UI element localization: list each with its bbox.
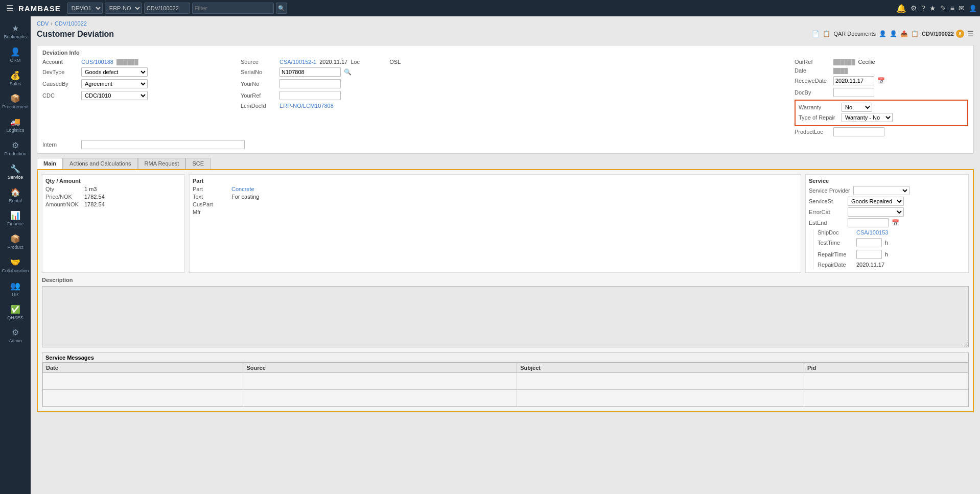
mfr-row: Mfr — [193, 209, 798, 215]
left-sidebar: ★ Bookmarks 👤 CRM 💰 Sales 📦 Procurement … — [0, 16, 31, 494]
loc-label: Loc — [351, 59, 386, 65]
demo-dropdown[interactable]: DEMO1 — [67, 3, 103, 14]
date-row: Date ████ — [795, 67, 968, 74]
filter-input[interactable] — [192, 3, 274, 14]
yourref-input[interactable] — [279, 91, 341, 100]
cdv-input[interactable] — [144, 3, 190, 14]
cell-source — [243, 373, 517, 390]
cdc-row: CDC CDC/1010 — [42, 91, 237, 100]
export-icon[interactable]: 📤 — [900, 30, 908, 37]
errorcat-select[interactable] — [848, 207, 904, 217]
edit-icon[interactable]: ✎ — [940, 4, 946, 12]
user-icon[interactable]: 👤 — [969, 5, 977, 12]
search-button[interactable]: 🔍 — [276, 3, 287, 14]
sidebar-item-sales[interactable]: 💰 Sales — [2, 67, 29, 90]
sidebar-item-crm[interactable]: 👤 CRM — [2, 44, 29, 66]
cuspart-row: CusPart — [193, 201, 798, 207]
favorites-icon[interactable]: ★ — [929, 4, 936, 12]
servicest-row: ServiceSt Goods Repaired — [809, 197, 965, 206]
description-textarea[interactable] — [42, 286, 969, 347]
erp-dropdown[interactable]: ERP-NO — [105, 3, 142, 14]
expand-icon[interactable]: ☰ — [967, 30, 974, 38]
part-section-header: Part — [193, 178, 798, 184]
devtype-select[interactable]: Goods defect — [81, 67, 148, 77]
collaboration-icon: 🤝 — [10, 257, 20, 267]
clipboard-icon[interactable]: 📋 — [911, 30, 919, 37]
notification-icon[interactable]: 🔔 — [896, 4, 906, 13]
tab-main[interactable]: Main — [37, 158, 63, 169]
causedby-select[interactable]: Agreement — [81, 79, 148, 88]
receivedate-calendar-icon[interactable]: 📅 — [877, 77, 885, 84]
production-icon: ⚙ — [12, 140, 19, 150]
yourno-input[interactable] — [279, 79, 341, 88]
menu-icon[interactable]: ≡ — [950, 4, 954, 12]
amount-label: Amount/NOK — [45, 201, 81, 207]
print-icon[interactable]: 📄 — [812, 30, 820, 37]
estend-calendar-icon[interactable]: 📅 — [892, 219, 899, 226]
part-value[interactable]: Concrete — [231, 186, 254, 192]
sidebar-item-logistics[interactable]: 🚚 Logistics — [2, 114, 29, 136]
breadcrumb-cdv[interactable]: CDV — [37, 20, 49, 27]
intern-input[interactable] — [81, 140, 245, 149]
yourno-row: YourNo — [241, 79, 790, 88]
warranty-select[interactable]: No — [842, 103, 872, 112]
cdv-number: CDV/100022 — [922, 31, 954, 37]
product-icon: 📦 — [10, 234, 20, 244]
source-value[interactable]: CSA/100152-1 — [279, 59, 316, 65]
table-row — [43, 373, 968, 390]
sidebar-item-rental[interactable]: 🏠 Rental — [2, 184, 29, 207]
cell-subject — [517, 373, 804, 390]
sidebar-item-product[interactable]: 📦 Product — [2, 231, 29, 253]
description-section: Description — [42, 277, 969, 348]
user2-icon[interactable]: 👤 — [890, 30, 897, 37]
tab-actions[interactable]: Actions and Calculations — [63, 158, 137, 169]
sidebar-label: Rental — [9, 198, 22, 204]
header-right: 📄 📋 QAR Documents 👤 👤 📤 📋 CDV/100022 8 ☰ — [812, 30, 974, 38]
qar-icon[interactable]: 📋 — [823, 30, 830, 37]
tab-sce[interactable]: SCE — [185, 158, 211, 169]
service-section-header: Service — [809, 178, 965, 184]
type-of-repair-select[interactable]: Warranty - No — [842, 113, 893, 122]
tab-rma[interactable]: RMA Request — [138, 158, 186, 169]
shipdoc-value[interactable]: CSA/100153 — [856, 229, 888, 236]
sidebar-item-collaboration[interactable]: 🤝 Collaboration — [2, 254, 29, 277]
sidebar-item-bookmarks[interactable]: ★ Bookmarks — [2, 20, 29, 43]
serialno-search-icon[interactable]: 🔍 — [344, 68, 352, 76]
hamburger-icon[interactable]: ☰ — [3, 4, 16, 13]
cell-date — [43, 373, 243, 390]
message-icon[interactable]: ✉ — [959, 4, 965, 12]
text-row: Text For casting — [193, 194, 798, 200]
price-label: Price/NOK — [45, 194, 81, 200]
sidebar-label: Finance — [7, 221, 24, 227]
service-provider-select[interactable] — [853, 186, 909, 195]
deviation-left-col: Account CUS/100188 ██████ DevType Goods … — [42, 59, 237, 138]
sidebar-item-finance[interactable]: 📊 Finance — [2, 207, 29, 230]
sidebar-item-hr[interactable]: 👥 HR — [2, 278, 29, 300]
repairtime-input[interactable] — [856, 250, 882, 259]
testtime-label: TestTime — [818, 240, 853, 246]
lcmdocid-value[interactable]: ERP-NO/LCM107808 — [279, 103, 334, 109]
testtime-input[interactable] — [856, 238, 882, 247]
cdc-select[interactable]: CDC/1010 — [81, 91, 148, 100]
sidebar-item-procurement[interactable]: 📦 Procurement — [2, 90, 29, 113]
receivedate-input[interactable] — [833, 76, 874, 85]
col-source: Source — [243, 363, 517, 373]
help-icon[interactable]: ? — [921, 4, 925, 12]
user1-icon[interactable]: 👤 — [879, 30, 886, 37]
estend-input[interactable] — [848, 218, 889, 227]
sidebar-item-admin[interactable]: ⚙ Admin — [2, 324, 29, 347]
type-of-repair-label: Type of Repair — [799, 114, 839, 121]
logistics-icon: 🚚 — [10, 117, 20, 127]
sidebar-item-service[interactable]: 🔧 Service — [2, 161, 29, 183]
account-value[interactable]: CUS/100188 — [81, 59, 113, 65]
settings-icon[interactable]: ⚙ — [911, 4, 917, 12]
sidebar-item-qhses[interactable]: ✅ QHSES — [2, 301, 29, 324]
productloc-input[interactable] — [833, 127, 884, 136]
serialno-input[interactable] — [279, 67, 341, 77]
docby-input[interactable] — [833, 88, 874, 97]
servicest-select[interactable]: Goods Repaired — [848, 197, 904, 206]
serialno-label: SerialNo — [241, 69, 276, 75]
sidebar-item-production[interactable]: ⚙ Production — [2, 137, 29, 160]
ourref-label: OurRef — [795, 59, 830, 65]
date-value: ████ — [833, 68, 848, 74]
